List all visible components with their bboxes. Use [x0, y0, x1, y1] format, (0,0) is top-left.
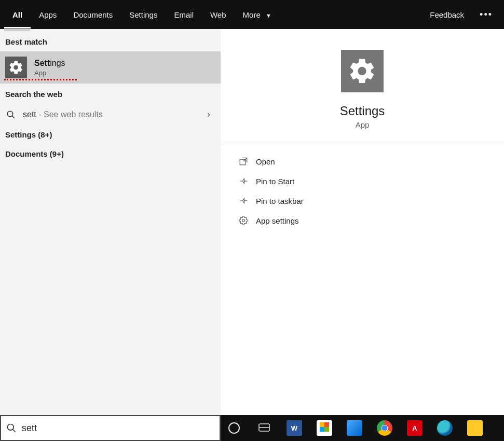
search-box[interactable]	[0, 415, 221, 441]
action-open[interactable]: Open	[236, 151, 488, 171]
overflow-menu-icon[interactable]: •••	[472, 9, 500, 20]
web-search-query: sett	[23, 110, 36, 119]
action-app-settings[interactable]: App settings	[236, 211, 488, 230]
category-settings[interactable]: Settings (8+)	[0, 125, 221, 144]
taskbar-app-chrome[interactable]	[374, 418, 395, 438]
svg-point-5	[242, 219, 245, 222]
web-search-suffix: - See web results	[36, 110, 103, 119]
best-match-title-bold: Sett	[34, 59, 50, 67]
web-search-text: sett - See web results	[23, 110, 103, 119]
gear-icon	[5, 57, 27, 78]
folder-icon	[467, 420, 483, 436]
tab-web[interactable]: Web	[202, 1, 235, 29]
tab-apps[interactable]: Apps	[31, 1, 65, 29]
action-open-label: Open	[256, 157, 275, 166]
word-icon: W	[287, 420, 302, 436]
search-results-pane: Best match Settings App Search the web s…	[0, 29, 221, 415]
taskbar-app-word[interactable]: W	[284, 418, 305, 438]
taskbar-app-remote[interactable]	[344, 418, 365, 438]
taskbar-app-edge[interactable]	[434, 418, 455, 438]
tab-settings[interactable]: Settings	[121, 1, 166, 29]
remote-desktop-icon	[347, 420, 362, 436]
tab-all[interactable]: All	[4, 1, 31, 29]
tab-email[interactable]: Email	[166, 1, 202, 29]
best-match-subtitle: App	[34, 69, 65, 77]
detail-pane: Settings App Open Pin to Start Pin to	[221, 29, 504, 415]
feedback-link[interactable]: Feedback	[421, 1, 472, 29]
svg-line-7	[13, 430, 16, 432]
action-pin-taskbar-label: Pin to taskbar	[256, 197, 304, 205]
cortana-icon	[228, 422, 240, 434]
store-icon	[317, 420, 332, 436]
action-pin-taskbar[interactable]: Pin to taskbar	[236, 191, 488, 211]
best-match-result[interactable]: Settings App	[0, 51, 221, 84]
search-icon	[5, 110, 17, 119]
category-documents[interactable]: Documents (9+)	[0, 144, 221, 163]
gear-icon	[236, 216, 251, 225]
cortana-button[interactable]	[224, 418, 244, 438]
search-input[interactable]	[22, 423, 214, 434]
taskbar: W A	[221, 415, 504, 441]
tab-documents[interactable]: Documents	[65, 1, 121, 29]
annotation-underline	[4, 79, 77, 80]
taskbar-app-adobe[interactable]: A	[404, 418, 425, 438]
best-match-title-rest: ings	[50, 59, 65, 67]
detail-subtitle: App	[356, 120, 370, 129]
svg-line-1	[12, 116, 15, 118]
best-match-title: Settings	[34, 59, 65, 68]
detail-title: Settings	[340, 104, 385, 118]
svg-point-0	[7, 111, 13, 117]
open-icon	[236, 157, 251, 166]
web-search-result[interactable]: sett - See web results ›	[0, 104, 221, 125]
action-pin-start-label: Pin to Start	[256, 177, 294, 186]
action-app-settings-label: App settings	[256, 216, 299, 225]
action-pin-start[interactable]: Pin to Start	[236, 171, 488, 191]
search-web-label: Search the web	[0, 84, 221, 104]
tab-more-label: More	[243, 10, 261, 19]
search-icon	[6, 423, 17, 433]
svg-point-6	[8, 424, 14, 431]
task-view-icon	[258, 422, 270, 434]
task-view-button[interactable]	[254, 418, 275, 438]
edge-icon	[437, 420, 453, 436]
tab-more[interactable]: More ▼	[235, 1, 280, 29]
pin-icon	[236, 176, 251, 186]
chrome-icon	[377, 420, 392, 436]
search-tabs: All Apps Documents Settings Email Web Mo…	[0, 0, 504, 29]
adobe-reader-icon: A	[407, 420, 423, 436]
best-match-label: Best match	[0, 31, 221, 51]
taskbar-app-store[interactable]	[314, 418, 335, 438]
taskbar-app-file-explorer[interactable]	[465, 418, 485, 438]
chevron-right-icon: ›	[207, 109, 210, 120]
gear-icon	[341, 50, 384, 92]
chevron-down-icon: ▼	[266, 12, 271, 19]
pin-icon	[236, 196, 251, 205]
